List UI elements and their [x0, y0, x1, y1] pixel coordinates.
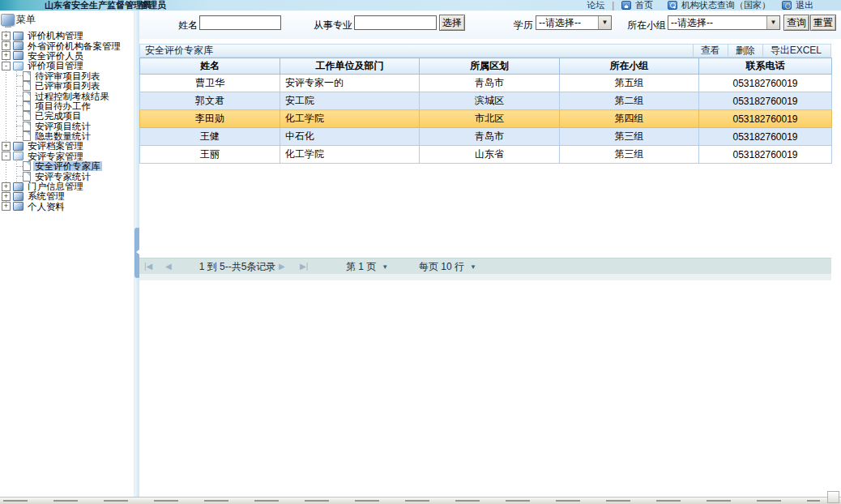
- table-row[interactable]: 郭文君安工院滨城区第二组053182760019: [140, 92, 832, 110]
- cell-unit: 化工学院: [280, 110, 420, 128]
- sidebar-item[interactable]: -安评专家管理: [0, 152, 134, 161]
- prev-page-icon[interactable]: [165, 258, 172, 275]
- pagination-bar: 1 到 5--共5条记录 第 1 页▼ 每页 10 行▼: [139, 258, 831, 274]
- education-label: 学历: [504, 19, 533, 32]
- horizontal-scrollbar[interactable]: [0, 497, 841, 504]
- view-button[interactable]: 查看: [693, 45, 728, 57]
- expand-icon[interactable]: +: [2, 192, 11, 201]
- folder-icon: [13, 182, 23, 191]
- sidebar-root[interactable]: 菜单: [0, 11, 134, 28]
- current-user-role: 管理员: [139, 0, 166, 11]
- sidebar-item-label: 安评项目统计: [33, 122, 92, 131]
- column-header[interactable]: 联系电话: [699, 58, 832, 75]
- sidebar-item[interactable]: 待评审项目列表: [0, 71, 134, 81]
- sidebar-item[interactable]: 安评项目统计: [0, 122, 134, 131]
- sidebar: 菜单 +评价机构管理+外省评价机构备案管理+安全评价人员-评价项目管理待评审项目…: [0, 11, 134, 497]
- tree-connector: [16, 86, 23, 87]
- cell-phone: 053182760019: [699, 75, 832, 92]
- cell-district: 滨城区: [420, 92, 560, 110]
- query-button[interactable]: 查询: [783, 15, 809, 31]
- sidebar-item[interactable]: +安全评价人员: [0, 51, 134, 61]
- sidebar-item[interactable]: 安评专家统计: [0, 171, 134, 181]
- profession-input[interactable]: [354, 15, 437, 30]
- sidebar-item[interactable]: +评价机构管理: [0, 31, 134, 41]
- folder-icon: [13, 202, 23, 211]
- tree-connector: [16, 75, 23, 76]
- sidebar-item-label: 已完成项目: [33, 111, 83, 121]
- sidebar-item[interactable]: -评价项目管理: [0, 61, 134, 70]
- search-form: 姓名 从事专业 选择 学历 --请选择-- ▼ 所在小组 --请选择-- ▼ 查…: [139, 11, 841, 39]
- sidebar-item-label: 安全评价专家库: [33, 161, 102, 171]
- cell-phone: 053182760019: [699, 110, 832, 128]
- document-icon: [23, 131, 31, 141]
- expand-icon[interactable]: +: [2, 202, 11, 211]
- cell-group: 第三组: [560, 146, 699, 164]
- education-select[interactable]: --请选择-- ▼: [536, 15, 612, 30]
- pagination-footer-strip: [139, 274, 831, 280]
- sidebar-item-label: 系统管理: [26, 191, 66, 201]
- group-select[interactable]: --请选择-- ▼: [668, 15, 780, 30]
- topbar-divider: ｜: [608, 0, 617, 11]
- column-header[interactable]: 所属区划: [420, 58, 560, 75]
- home-link[interactable]: 首页: [635, 0, 653, 11]
- sidebar-item[interactable]: 已完成项目: [0, 111, 134, 121]
- cell-district: 青岛市: [420, 75, 560, 92]
- sidebar-item[interactable]: +个人资料: [0, 202, 134, 211]
- sidebar-item[interactable]: +门户信息管理: [0, 182, 134, 191]
- expand-icon[interactable]: +: [2, 142, 11, 151]
- sidebar-item-label: 评价机构管理: [26, 31, 85, 41]
- select-button[interactable]: 选择: [439, 15, 465, 31]
- caret-down-icon: ▼: [382, 259, 388, 275]
- column-header[interactable]: 所在小组: [560, 58, 699, 75]
- sidebar-item[interactable]: +系统管理: [0, 191, 134, 201]
- collapse-icon[interactable]: -: [2, 152, 11, 160]
- sidebar-item-label: 过程控制考核结果: [33, 92, 111, 101]
- folder-icon: [13, 32, 23, 41]
- delete-button[interactable]: 删除: [728, 45, 762, 57]
- collapse-icon[interactable]: -: [2, 62, 11, 70]
- expand-icon[interactable]: +: [2, 182, 11, 191]
- document-icon: [23, 92, 31, 101]
- sidebar-item-label: 项目待办工作: [33, 101, 92, 111]
- sidebar-item[interactable]: 过程控制考核结果: [0, 91, 134, 100]
- table-row[interactable]: 曹卫华安评专家一的青岛市第五组053182760019: [140, 75, 832, 92]
- reset-button[interactable]: 重置: [810, 15, 836, 31]
- cell-phone: 053182760019: [699, 128, 832, 146]
- table-row[interactable]: 王健中石化青岛市第三组053182760019: [140, 128, 832, 146]
- column-header[interactable]: 姓名: [140, 58, 280, 75]
- cell-phone: 053182760019: [699, 92, 832, 110]
- logout-link[interactable]: 退出: [796, 0, 813, 11]
- sidebar-item[interactable]: 隐患数量统计: [0, 131, 134, 141]
- expand-icon[interactable]: +: [2, 41, 11, 50]
- table-row[interactable]: 王丽化工学院山东省第三组053182760019: [140, 146, 832, 164]
- chevron-down-icon[interactable]: ▼: [598, 16, 611, 29]
- cell-unit: 安工院: [280, 92, 420, 110]
- expand-icon[interactable]: +: [2, 51, 11, 60]
- cell-unit: 中石化: [280, 128, 420, 146]
- column-header[interactable]: 工作单位及部门: [280, 58, 420, 75]
- sidebar-item[interactable]: +外省评价机构备案管理: [0, 41, 134, 50]
- sidebar-item[interactable]: 已评审项目列表: [0, 81, 134, 91]
- chevron-down-icon[interactable]: ▼: [766, 16, 779, 29]
- last-page-icon[interactable]: [300, 258, 308, 275]
- status-query-link[interactable]: 机构状态查询（国家）: [681, 0, 771, 11]
- caret-down-icon: ▼: [470, 259, 476, 275]
- forum-link[interactable]: 论坛: [587, 0, 604, 11]
- tree-connector: [16, 116, 23, 117]
- sidebar-item-label: 门户信息管理: [26, 182, 85, 191]
- expand-icon[interactable]: +: [2, 32, 11, 41]
- document-icon: [23, 161, 31, 171]
- export-excel-button[interactable]: 导出EXCEL: [762, 45, 829, 57]
- first-page-icon[interactable]: [144, 258, 152, 275]
- document-icon: [23, 172, 31, 182]
- folder-icon: [13, 192, 23, 201]
- sidebar-item[interactable]: 项目待办工作: [0, 101, 134, 111]
- sidebar-item[interactable]: 安全评价专家库: [0, 161, 134, 171]
- group-label: 所在小组: [621, 19, 666, 32]
- scrollbar-thumb[interactable]: [827, 491, 839, 503]
- sidebar-item[interactable]: +安评档案管理: [0, 141, 134, 151]
- table-row[interactable]: 李田勋化工学院市北区第四组053182760019: [140, 110, 832, 128]
- name-input[interactable]: [199, 15, 281, 30]
- next-page-icon[interactable]: [279, 258, 285, 275]
- folder-icon: [13, 142, 23, 151]
